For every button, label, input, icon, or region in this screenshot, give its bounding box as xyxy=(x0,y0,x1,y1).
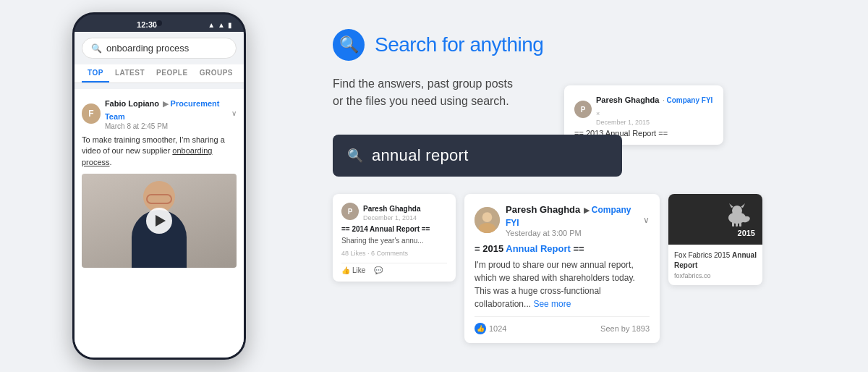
floating-card-header: P Paresh Ghaghdа · Company FYI × Decembe… xyxy=(574,93,713,126)
small-card-header: P Paresh Ghaghdа December 1, 2014 xyxy=(341,201,447,221)
search-icon: 🔍 xyxy=(339,35,359,54)
file-card-image: 2015 xyxy=(668,194,762,245)
fc-author: Paresh Ghaghdа xyxy=(596,96,659,104)
tab-people[interactable]: PEOPLE xyxy=(150,64,194,83)
like-icon: 👍 xyxy=(475,323,486,334)
wifi-icon: ▲ xyxy=(218,21,225,29)
fc-date: December 1, 2015 xyxy=(596,119,713,126)
feature-header: 🔍 Search for anything xyxy=(333,29,839,61)
comment-icon: 💬 xyxy=(374,266,383,274)
small-result-card: P Paresh Ghaghdа December 1, 2014 == 201… xyxy=(333,194,456,282)
phone-tabs: TOP LATEST PEOPLE GROUPS PH xyxy=(75,64,244,83)
phone-section: 12:30 ▲ ▲ ▮ 🔍 onboarding process TOP LAT… xyxy=(0,0,318,372)
svg-point-1 xyxy=(482,212,493,222)
main-post-title: = 2015 Annual Report == xyxy=(475,243,650,254)
small-card-avatar: P xyxy=(341,203,359,220)
small-card-actions: 👍 Like 💬 xyxy=(341,263,447,274)
like-action[interactable]: 👍 Like xyxy=(341,266,365,274)
phone-post-text: To make training smoother, I'm sharing a… xyxy=(82,135,237,168)
file-result-card[interactable]: 2015 Fox Fabrics 2015 Annual Report foxf… xyxy=(668,194,762,285)
play-icon xyxy=(156,215,166,227)
tab-latest[interactable]: LATEST xyxy=(109,64,150,83)
phone-post-chevron-icon: ∨ xyxy=(231,109,237,117)
phone-post-avatar: F xyxy=(82,103,101,124)
tab-groups[interactable]: GROUPS xyxy=(194,64,239,83)
phone-search-bar[interactable]: 🔍 onboarding process xyxy=(82,38,237,59)
phone-mockup: 12:30 ▲ ▲ ▮ 🔍 onboarding process TOP LAT… xyxy=(72,12,246,360)
phone-search-text: onboarding process xyxy=(106,43,189,54)
svg-rect-9 xyxy=(736,222,738,227)
phone-time: 12:30 xyxy=(137,20,157,29)
fc-avatar: P xyxy=(574,101,592,118)
file-card-info: Fox Fabrics 2015 Annual Report foxfabric… xyxy=(668,245,762,285)
phone-screen: 🔍 onboarding process TOP LATEST PEOPLE G… xyxy=(75,32,244,358)
small-card-text: == 2014 Annual Report == Sharing the yea… xyxy=(341,224,447,258)
file-card-name: Fox Fabrics 2015 Annual Report xyxy=(674,250,757,271)
tab-top[interactable]: TOP xyxy=(82,64,109,83)
like-count: 👍 1024 xyxy=(475,323,506,334)
main-post-header: Paresh Ghaghda ▶ Company FYI Yesterday a… xyxy=(475,203,650,237)
main-post-author-row: Paresh Ghaghda ▶ Company FYI xyxy=(506,203,643,229)
comment-action[interactable]: 💬 xyxy=(374,266,383,274)
main-post-body: I'm proud to share our new annual report… xyxy=(475,258,650,310)
phone-post-author: Fabio Lopiano xyxy=(105,99,159,108)
small-card-meta: Paresh Ghaghdа December 1, 2014 xyxy=(363,201,420,221)
main-post-footer: 👍 1024 Seen by 1893 xyxy=(475,316,650,334)
file-card-image-content: 2015 xyxy=(719,202,755,237)
see-more-link[interactable]: See more xyxy=(533,299,571,309)
play-button[interactable] xyxy=(146,208,172,234)
svg-point-4 xyxy=(732,206,742,216)
fc-author-group: Paresh Ghaghdа · Company FYI × xyxy=(596,93,713,119)
svg-marker-6 xyxy=(741,203,745,208)
small-card-author: Paresh Ghaghdа xyxy=(363,205,420,213)
small-card-date: December 1, 2014 xyxy=(363,214,420,221)
feature-search-text: annual report xyxy=(372,146,469,165)
main-post-meta: Paresh Ghaghda ▶ Company FYI Yesterday a… xyxy=(506,203,643,237)
phone-search-icon: 🔍 xyxy=(91,43,102,54)
floating-area: P Paresh Ghaghdа · Company FYI × Decembe… xyxy=(333,129,839,177)
phone-post-date: March 8 at 2:45 PM xyxy=(105,122,231,130)
main-post-date: Yesterday at 3:00 PM xyxy=(506,229,643,237)
svg-rect-8 xyxy=(732,222,734,227)
main-post-author: Paresh Ghaghda xyxy=(506,204,580,215)
main-post-card: Paresh Ghaghda ▶ Company FYI Yesterday a… xyxy=(464,194,660,343)
feature-search-bar[interactable]: 🔍 annual report xyxy=(333,135,622,177)
glasses-icon xyxy=(146,194,172,204)
file-card-url: foxfabrics.co xyxy=(674,272,757,279)
feature-section: 🔍 Search for anything Find the answers, … xyxy=(318,14,868,358)
phone-status-icons: ▲ ▲ ▮ xyxy=(208,21,232,29)
fc-group: Company FYI xyxy=(666,96,712,104)
main-post-chevron-icon: ∨ xyxy=(643,215,650,225)
phone-post-header: F Fabio Lopiano ▶ Procurement Team March… xyxy=(82,96,237,130)
feature-title: Search for anything xyxy=(375,33,543,56)
tab-ph[interactable]: PH xyxy=(239,64,244,83)
fc-meta: Paresh Ghaghdа · Company FYI × December … xyxy=(596,93,713,126)
search-circle-icon: 🔍 xyxy=(333,29,365,61)
feature-search-icon: 🔍 xyxy=(347,148,363,164)
phone-post-author-group: Fabio Lopiano ▶ Procurement Team xyxy=(105,96,231,122)
phone-post-card: F Fabio Lopiano ▶ Procurement Team March… xyxy=(75,89,244,358)
phone-post-meta: Fabio Lopiano ▶ Procurement Team March 8… xyxy=(105,96,231,130)
svg-rect-10 xyxy=(739,222,741,227)
signal-icon: ▲ xyxy=(208,21,215,29)
annual-report-highlight: Annual Report xyxy=(506,243,571,254)
main-post-header-left: Paresh Ghaghda ▶ Company FYI Yesterday a… xyxy=(475,203,643,237)
phone-camera xyxy=(156,20,162,26)
phone-post-header-left: F Fabio Lopiano ▶ Procurement Team March… xyxy=(82,96,231,130)
file-card-year: 2015 xyxy=(738,229,755,237)
svg-marker-5 xyxy=(729,203,733,208)
feature-description: Find the answers, past group posts or th… xyxy=(333,75,579,110)
main-post-avatar xyxy=(475,207,500,233)
bottom-cards-row: P Paresh Ghaghdа December 1, 2014 == 201… xyxy=(333,194,839,343)
phone-video-thumbnail[interactable] xyxy=(82,174,237,268)
thumbs-up-icon: 👍 xyxy=(341,266,350,274)
battery-icon: ▮ xyxy=(228,21,232,29)
fox-icon xyxy=(719,202,755,227)
seen-count: Seen by 1893 xyxy=(600,324,650,333)
